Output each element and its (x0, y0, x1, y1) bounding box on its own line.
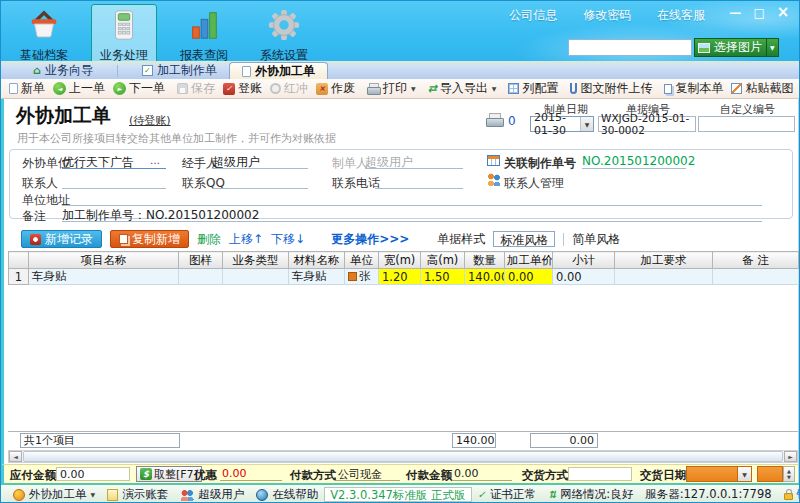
cell-width[interactable]: 1.20 (379, 269, 421, 285)
col-price[interactable]: 加工单价 (505, 252, 553, 269)
void-button[interactable]: ×作废 (312, 80, 359, 98)
handler-field[interactable]: 超级用户 (212, 154, 308, 169)
delete-row-link[interactable]: 删除 (197, 231, 221, 248)
spinner-arrows[interactable]: ▲▼ (783, 466, 795, 482)
custom-number-field[interactable] (698, 116, 795, 132)
lock-screen-button[interactable]: 锁 屏 (778, 487, 800, 502)
company-info-link[interactable]: 公司信息 (509, 8, 557, 22)
next-doc-button[interactable]: ►下一单 (109, 80, 169, 98)
tab-outsourced-order[interactable]: 外协加工单 (229, 62, 328, 79)
round-button[interactable]: $取整[F7] (136, 466, 202, 482)
cell-material[interactable]: 车身贴 (289, 269, 345, 285)
col-requirement[interactable]: 加工要求 (615, 252, 713, 269)
print-button[interactable]: 打印▼ (363, 80, 420, 98)
col-width[interactable]: 宽(m) (379, 252, 421, 269)
printer-icon[interactable] (486, 113, 503, 127)
date-dropdown-arrow[interactable]: ▼ (580, 117, 593, 131)
move-up-link[interactable]: 上移↑ (229, 231, 263, 248)
pending-register-link[interactable]: (待登账) (129, 113, 171, 128)
red-flush-button[interactable]: 红冲 (266, 80, 312, 98)
statusbar-account[interactable]: 演示账套 (101, 487, 174, 502)
prev-doc-button[interactable]: ◄上一单 (49, 80, 109, 98)
col-unit[interactable]: 单位 (345, 252, 379, 269)
vendor-picker-button[interactable]: … (150, 155, 160, 166)
change-password-link[interactable]: 修改密码 (583, 8, 631, 22)
col-height[interactable]: 高(m) (421, 252, 465, 269)
table-row[interactable]: 1 车身贴 车身贴 张 1.20 1.50 140.00 0.00 0.00 (9, 269, 799, 285)
select-image-dropdown[interactable]: ▼ (766, 39, 778, 56)
move-down-link[interactable]: 下移↓ (271, 231, 305, 248)
maximize-button[interactable]: □ (749, 6, 769, 20)
copy-add-button[interactable]: 复制新增 (110, 230, 189, 248)
cell-project-name[interactable]: 车身贴 (29, 269, 179, 285)
column-config-button[interactable]: 列配置 (504, 80, 562, 98)
nav-business-process[interactable]: 业务处理 (91, 4, 157, 68)
minimize-button[interactable]: — (725, 6, 745, 20)
remark-field[interactable]: 加工制作单号：NO.201501200002 (62, 207, 762, 222)
cell-qty[interactable]: 140.00 (465, 269, 505, 285)
tab-business-wizard[interactable]: ⌂ 业务向导 (21, 62, 105, 79)
delivery-date-combo[interactable]: ▼ (686, 466, 752, 482)
address-field[interactable] (62, 191, 762, 206)
delivery-date-dropdown[interactable]: ▼ (737, 467, 751, 481)
scroll-left-arrow[interactable]: ◄ (9, 451, 22, 462)
scrollbar-thumb[interactable] (23, 451, 783, 462)
col-rownum[interactable] (9, 252, 29, 269)
pay-method-field[interactable]: 公司现金 (336, 467, 400, 481)
payable-field[interactable]: 0.00 (56, 467, 130, 481)
col-project-name[interactable]: 项目名称 (29, 252, 179, 269)
select-image-button[interactable]: 选择图片 ▼ (694, 38, 779, 57)
print-dropdown-arrow[interactable]: ▼ (411, 85, 416, 92)
cell-drawing[interactable] (179, 269, 223, 285)
delivery-time-spinner[interactable]: ▲▼ (757, 466, 795, 482)
cell-requirement[interactable] (615, 269, 713, 285)
delivery-method-field[interactable] (568, 467, 632, 481)
phone-field[interactable] (375, 174, 463, 189)
new-doc-button[interactable]: 新单 (5, 80, 49, 98)
cell-price[interactable]: 0.00 (505, 269, 553, 285)
col-note[interactable]: 备 注 (713, 252, 799, 269)
save-button[interactable]: 保存 (173, 80, 219, 98)
tab-processing-order[interactable]: ✓ 加工制作单 (130, 62, 229, 79)
nav-system-settings[interactable]: 系统设置 (251, 4, 317, 68)
horizontal-scrollbar[interactable]: ◄ ► (8, 450, 798, 463)
pay-amount-field[interactable]: 0.00 (452, 467, 512, 481)
doc-date-combo[interactable]: 2015-01-30 ▼ (530, 116, 594, 132)
statusbar-help[interactable]: 在线帮助 (250, 487, 324, 502)
image-search-input[interactable] (568, 39, 692, 56)
discount-field[interactable]: 0.00 (220, 467, 282, 481)
register-button[interactable]: ✓登账 (219, 80, 266, 98)
import-export-dropdown-arrow[interactable]: ▼ (492, 85, 497, 92)
style-simple-button[interactable]: 简单风格 (572, 231, 620, 248)
add-record-button[interactable]: 新增记录 (21, 230, 102, 248)
spinner-value[interactable] (757, 466, 783, 482)
col-qty[interactable]: 数量 (465, 252, 505, 269)
nav-basic-archive[interactable]: 基础档案 (11, 4, 77, 68)
more-actions-link[interactable]: 更多操作>>> (331, 231, 409, 248)
online-service-link[interactable]: 在线客服 (657, 8, 705, 22)
col-biz-type[interactable]: 业务类型 (223, 252, 289, 269)
close-button[interactable]: × (773, 3, 793, 21)
statusbar-user[interactable]: 超级用户 (174, 487, 250, 502)
cell-height[interactable]: 1.50 (421, 269, 465, 285)
contact-field[interactable] (62, 174, 166, 189)
style-standard-button[interactable]: 标准风格 (493, 231, 555, 247)
qq-field[interactable] (212, 174, 308, 189)
scroll-right-arrow[interactable]: ► (784, 451, 797, 462)
statusbar-doc-type[interactable]: 外协加工单▼ (7, 487, 101, 502)
nav-report-view[interactable]: 报表查阅 (171, 4, 237, 68)
related-doc-field[interactable]: NO.201501200002 (582, 154, 686, 169)
doc-number-field[interactable]: WXJGD-2015-01-30-0002 (598, 116, 696, 132)
cell-note[interactable] (713, 269, 799, 285)
contact-management-link[interactable]: 联系人管理 (504, 175, 564, 192)
col-subtotal[interactable]: 小计 (553, 252, 615, 269)
cell-biz-type[interactable] (223, 269, 289, 285)
attachment-upload-button[interactable]: 图文附件上传 (566, 80, 656, 98)
col-drawing[interactable]: 图样 (179, 252, 223, 269)
import-export-button[interactable]: ⇄导入导出▼ (424, 80, 501, 98)
doc-type-dropdown-arrow[interactable]: ▼ (91, 491, 96, 498)
col-material[interactable]: 材料名称 (289, 252, 345, 269)
cell-unit[interactable]: 张 (345, 269, 379, 285)
copy-doc-button[interactable]: 复制本单 (660, 80, 727, 98)
paste-screenshot-button[interactable]: 粘贴截图 (727, 80, 797, 98)
